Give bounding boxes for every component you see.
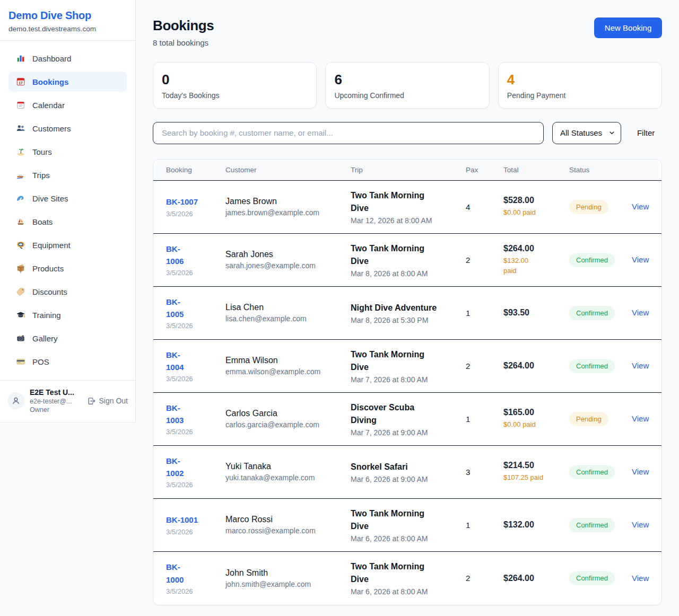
customer-name: Yuki Tanaka — [225, 462, 351, 471]
sign-out-button[interactable]: Sign Out — [87, 397, 128, 406]
view-link[interactable]: View — [632, 467, 649, 476]
sidebar-item-label: Dive Sites — [32, 194, 68, 203]
brand-block: Demo Dive Shop demo.test.divestreams.com — [0, 0, 135, 41]
table-row: BK-1006 3/5/2026 Sarah Jones sarah.jones… — [153, 234, 661, 287]
booking-id-link[interactable]: BK-1003 — [166, 402, 184, 427]
island-icon — [16, 147, 25, 156]
page-header: Bookings 8 total bookings New Booking — [153, 17, 662, 47]
sidebar-item-dive-sites[interactable]: Dive Sites — [8, 188, 127, 208]
sidebar-item-calendar[interactable]: Calendar — [8, 95, 127, 115]
actions-cell: View — [632, 520, 649, 530]
camera-icon — [16, 333, 25, 343]
actions-cell: View — [632, 202, 649, 212]
trip-datetime: Mar 7, 2026 at 9:00 AM — [351, 428, 466, 437]
customer-name: Marco Rossi — [225, 515, 351, 524]
booking-cell: BK-1003 3/5/2026 — [166, 402, 225, 436]
trip-datetime: Mar 6, 2026 at 8:00 AM — [351, 587, 466, 596]
sidebar-item-bookings[interactable]: 17 Bookings — [8, 72, 127, 92]
pax-value: 3 — [466, 468, 503, 477]
user-role: Owner — [30, 406, 82, 413]
column-header-actions — [632, 163, 649, 176]
sidebar-item-boats[interactable]: Boats — [8, 212, 127, 232]
view-link[interactable]: View — [632, 361, 649, 370]
customer-name: Carlos Garcia — [225, 409, 351, 418]
booking-id-link[interactable]: BK-1005 — [166, 296, 184, 321]
actions-cell: View — [632, 414, 649, 424]
booking-id-link[interactable]: BK-1001 — [166, 514, 198, 526]
status-cell: Confirmed — [569, 359, 632, 373]
status-badge: Confirmed — [569, 518, 615, 532]
sidebar-item-label: Tours — [32, 147, 52, 156]
trip-name: Two Tank MorningDive — [351, 560, 466, 586]
sidebar-item-label: Bookings — [32, 77, 68, 86]
actions-cell: View — [632, 255, 649, 265]
stat-value: 0 — [162, 72, 308, 87]
sidebar-item-pos[interactable]: POS — [8, 351, 127, 372]
status-select[interactable]: All Statuses — [552, 122, 621, 144]
sign-out-label: Sign Out — [99, 397, 128, 405]
bookings-table-body: BK-1007 3/5/2026 James Brown james.brown… — [153, 181, 661, 605]
status-cell: Confirmed — [569, 253, 632, 267]
booking-id-link[interactable]: BK-1000 — [166, 561, 184, 586]
customer-cell: Sarah Jones sarah.jones@example.com — [225, 250, 351, 270]
booking-id-link[interactable]: BK-1004 — [166, 349, 184, 374]
sidebar-item-dashboard[interactable]: Dashboard — [8, 48, 127, 68]
total-cell: $528.00 $0.00 paid — [503, 196, 569, 218]
customer-name: Lisa Chen — [225, 303, 351, 312]
view-link[interactable]: View — [632, 414, 649, 423]
sidebar-item-training[interactable]: Training — [8, 305, 127, 325]
trip-cell: Night Dive Adventure Mar 8, 2026 at 5:30… — [351, 302, 466, 324]
trip-cell: Two Tank MorningDive Mar 8, 2026 at 8:00… — [351, 242, 466, 278]
sidebar-item-label: Trips — [32, 171, 50, 180]
customer-email: john.smith@example.com — [225, 580, 351, 588]
booking-id-link[interactable]: BK-1007 — [166, 196, 198, 208]
dive-mask-icon — [16, 240, 25, 250]
trip-name: Two Tank MorningDive — [351, 189, 466, 215]
column-header-total: Total — [503, 160, 569, 180]
trip-datetime: Mar 6, 2026 at 9:00 AM — [351, 475, 466, 483]
pax-value: 2 — [466, 256, 503, 265]
customer-name: James Brown — [225, 197, 351, 206]
status-cell: Confirmed — [569, 571, 632, 585]
main-content: Bookings 8 total bookings New Booking 0 … — [136, 0, 679, 616]
credit-card-icon — [16, 357, 25, 366]
customer-cell: Marco Rossi marco.rossi@example.com — [225, 515, 351, 535]
view-link[interactable]: View — [632, 574, 649, 583]
booking-date: 3/5/2026 — [166, 481, 225, 489]
filter-button[interactable]: Filter — [630, 124, 662, 142]
sidebar-item-equipment[interactable]: Equipment — [8, 235, 127, 255]
booking-cell: BK-1000 3/5/2026 — [166, 561, 225, 595]
stat-value: 4 — [507, 72, 653, 87]
paid-amount: $0.00 paid — [503, 419, 569, 430]
view-link[interactable]: View — [632, 202, 649, 211]
table-row: BK-1002 3/5/2026 Yuki Tanaka yuki.tanaka… — [153, 446, 661, 499]
status-badge: Confirmed — [569, 571, 615, 585]
view-link[interactable]: View — [632, 255, 649, 264]
table-row: BK-1000 3/5/2026 John Smith john.smith@e… — [153, 552, 661, 605]
column-header-trip: Trip — [351, 160, 466, 180]
sidebar-item-tours[interactable]: Tours — [8, 142, 127, 162]
booking-id-link[interactable]: BK-1006 — [166, 243, 184, 268]
sidebar-item-gallery[interactable]: Gallery — [8, 328, 127, 348]
customer-cell: Yuki Tanaka yuki.tanaka@example.com — [225, 462, 351, 482]
search-input[interactable] — [153, 122, 544, 144]
user-meta: E2E Test U... e2e-tester@... Owner — [30, 388, 82, 413]
total-cell: $214.50 $107.25 paid — [503, 461, 569, 483]
customer-email: emma.wilson@example.com — [225, 367, 351, 376]
svg-text:17: 17 — [19, 81, 23, 85]
customer-email: james.brown@example.com — [225, 208, 351, 217]
package-box-icon — [16, 263, 25, 273]
view-link[interactable]: View — [632, 308, 649, 317]
sidebar-item-products[interactable]: Products — [8, 258, 127, 278]
sidebar-item-discounts[interactable]: Discounts — [8, 281, 127, 302]
sidebar-item-customers[interactable]: Customers — [8, 118, 127, 138]
page-subtitle: 8 total bookings — [153, 38, 214, 47]
trip-cell: Discover ScubaDiving Mar 7, 2026 at 9:00… — [351, 401, 466, 437]
table-row: BK-1005 3/5/2026 Lisa Chen lisa.chen@exa… — [153, 287, 661, 340]
view-link[interactable]: View — [632, 520, 649, 529]
total-cell: $264.00 — [503, 361, 569, 371]
booking-id-link[interactable]: BK-1002 — [166, 455, 184, 480]
new-booking-button[interactable]: New Booking — [594, 17, 662, 38]
sidebar-item-trips[interactable]: Trips — [8, 165, 127, 185]
pax-value: 1 — [466, 309, 503, 318]
